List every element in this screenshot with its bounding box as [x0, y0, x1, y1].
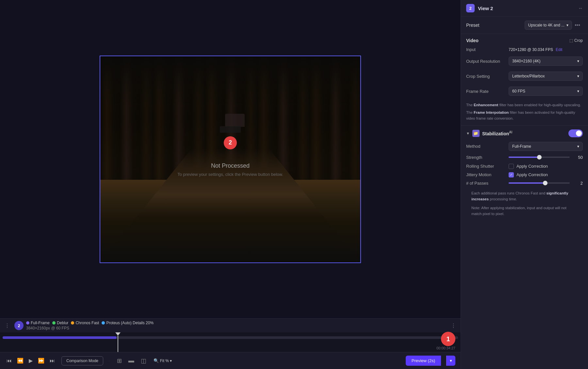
stabilization-header: ▼ 📁 StabilizationAI [466, 129, 583, 137]
timeline-scrubber[interactable]: 00:00:34:27 [0, 332, 461, 352]
preset-label: Preset [466, 23, 525, 28]
passes-note: Each additional pass runs Chronos Fast a… [466, 189, 583, 221]
chevron-down-icon: ▾ [577, 89, 579, 93]
crop-icon: ⬚ [569, 38, 573, 43]
timeline-playhead [115, 332, 121, 352]
chevron-down-icon: ▾ [566, 23, 568, 27]
passes-label: # of Passes [466, 181, 509, 186]
view-mode-buttons: ⊞ ▬ ◫ [115, 356, 148, 366]
stabilization-toggle[interactable] [568, 129, 583, 137]
preview-dropdown-button[interactable]: ▾ [446, 356, 455, 366]
filter-dot-chronos [71, 321, 74, 325]
crop-setting-row: Crop Setting Letterbox/Pillarbox ▾ [461, 70, 588, 83]
rolling-shutter-apply-text: Apply Correction [516, 164, 548, 169]
strength-slider-track[interactable] [509, 157, 570, 158]
zoom-dropdown-button[interactable]: Fit % ▾ [160, 359, 172, 363]
transport-bar: ⏮ ⏪ ▶ ⏩ ⏭ Comparison Mode · ⊞ ▬ ◫ 🔍 Fit … [0, 352, 461, 369]
more-options-button[interactable]: ••• [572, 21, 583, 29]
video-section-title: Video [466, 38, 569, 43]
track-menu-button[interactable]: ⋮ [3, 321, 12, 330]
timeline-timestamp: 00:00:34:27 [436, 346, 455, 350]
strength-slider-thumb[interactable] [537, 155, 542, 159]
output-resolution-row: Output Resolution 3840×2160 (4K) ▾ [461, 55, 588, 68]
stab-icon: 📁 [472, 130, 480, 137]
crop-button[interactable]: ⬚ Crop [569, 38, 583, 43]
video-section-header: Video ⬚ Crop [461, 34, 588, 46]
jittery-motion-row: Jittery Motion ✓ Apply Correction [466, 172, 583, 177]
playhead-triangle [115, 332, 121, 336]
view-number-badge: 2 [466, 4, 475, 12]
play-button[interactable]: ▶ [27, 356, 34, 365]
filter-full-frame: Full-Frame [26, 321, 50, 325]
method-select[interactable]: Full-Frame ▾ [509, 142, 583, 151]
preview-button[interactable]: Preview (2s) [406, 356, 441, 366]
passes-slider-track[interactable] [509, 182, 570, 184]
passes-slider-container: 2 [509, 181, 583, 186]
input-row: Input 720×1280 @ 30.034 FPS Edit [461, 46, 588, 55]
video-frame: Not Processed To preview your settings, … [100, 56, 361, 263]
chevron-down-icon: ▾ [577, 144, 579, 149]
badge-1: 1 [441, 332, 455, 346]
right-panel: 2 View 2 ↔ Preset Upscale to 4K and ... … [461, 0, 588, 369]
crop-setting-label: Crop Setting [466, 74, 509, 79]
chevron-down-icon: ▾ [577, 74, 579, 78]
filter-deblur: Deblur [52, 321, 68, 325]
track-resolution: 3840×2160px @ 60 FPS [26, 326, 449, 330]
chevron-down-icon: ▾ [577, 59, 579, 63]
not-processed-subtitle: To preview your settings, click the Prev… [177, 172, 283, 177]
frame-rate-label: Frame Rate [466, 89, 509, 94]
zoom-control: 🔍 Fit % ▾ [154, 358, 172, 363]
skip-to-end-button[interactable]: ⏭ [48, 357, 56, 365]
split-horizontal-button[interactable]: ▬ [126, 356, 136, 365]
jittery-motion-label: Jittery Motion [466, 172, 509, 177]
toggle-knob [576, 130, 582, 136]
filter-chronos: Chronos Fast [71, 321, 99, 325]
track-filters: Full-Frame Deblur Chronos Fast Proteus (… [26, 321, 449, 325]
rolling-shutter-label: Rolling Shutter [466, 164, 509, 169]
jittery-motion-apply-text: Apply Correction [516, 172, 548, 177]
filter-proteus: Proteus (Auto) Details 20% [102, 321, 154, 325]
panel-header: 2 View 2 ↔ [461, 0, 588, 17]
rolling-shutter-row: Rolling Shutter Apply Correction [466, 164, 583, 169]
step-forward-button[interactable]: ⏩ [37, 356, 46, 365]
output-resolution-label: Output Resolution [466, 59, 509, 64]
edit-button[interactable]: Edit [556, 47, 563, 52]
not-processed-overlay: Not Processed To preview your settings, … [177, 162, 283, 177]
crop-setting-select[interactable]: Letterbox/Pillarbox ▾ [509, 72, 583, 81]
step-back-button[interactable]: ⏪ [16, 356, 25, 365]
enhancement-info: The Enhancement filter has been enabled … [466, 102, 583, 108]
frame-rate-select[interactable]: 60 FPS ▾ [509, 87, 583, 96]
method-row: Method Full-Frame ▾ [466, 142, 583, 151]
frame-interpolation-info: The Frame Interpolation filter has been … [466, 110, 583, 121]
divider: · [108, 358, 110, 363]
strength-slider-container: 50 [509, 155, 583, 160]
passes-slider-thumb[interactable] [543, 181, 547, 185]
expand-icon[interactable]: ↔ [578, 6, 583, 11]
passes-row: # of Passes 2 [466, 181, 583, 186]
panel-title: View 2 [478, 6, 575, 11]
frame-rate-row: Frame Rate 60 FPS ▾ [461, 85, 588, 98]
output-resolution-select[interactable]: 3840×2160 (4K) ▾ [509, 57, 583, 66]
method-label: Method [466, 144, 509, 149]
overlay-button[interactable]: ◫ [139, 356, 148, 366]
split-vertical-button[interactable]: ⊞ [115, 356, 124, 366]
zoom-minus-icon: 🔍 [154, 358, 159, 363]
strength-value: 50 [573, 155, 583, 160]
skip-to-start-button[interactable]: ⏮ [5, 357, 13, 365]
passes-value: 2 [573, 181, 583, 186]
rolling-shutter-checkbox[interactable] [509, 164, 514, 169]
jittery-motion-checkbox[interactable]: ✓ [509, 172, 514, 177]
filter-dot-deblur [52, 321, 56, 325]
passes-slider-fill [509, 182, 545, 184]
strength-slider-fill [509, 157, 539, 158]
track-number-badge: 2 [14, 321, 24, 330]
info-text-area: The Enhancement filter has been enabled … [461, 100, 588, 125]
comparison-mode-button[interactable]: Comparison Mode [61, 356, 103, 365]
input-value: 720×1280 @ 30.034 FPS [509, 47, 553, 52]
track-end-menu-button[interactable]: ⋮ [449, 321, 458, 330]
preset-dropdown[interactable]: Upscale to 4K and ... ▾ [525, 21, 572, 30]
stabilization-section: ▼ 📁 StabilizationAI Method Full-Frame ▾ [461, 125, 588, 225]
stab-chevron-icon[interactable]: ▼ [466, 131, 470, 135]
filter-dot-full-frame [26, 321, 29, 325]
video-badge-2: 2 [224, 136, 237, 149]
